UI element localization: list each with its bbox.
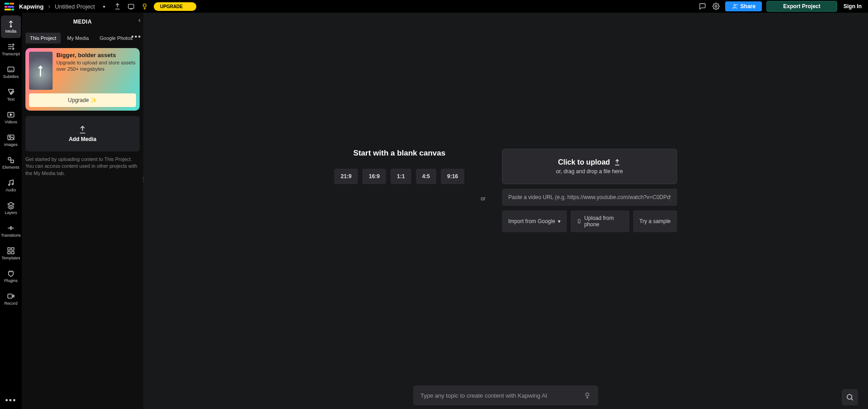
rail-more-button[interactable]: •••: [5, 396, 17, 405]
rail-label: Transcript: [2, 52, 20, 56]
or-separator: or: [481, 195, 486, 202]
rail-label: Elements: [2, 165, 20, 170]
svg-rect-16: [12, 248, 14, 250]
rail-item-transcript[interactable]: Transcript: [1, 38, 21, 61]
screenshot-icon[interactable]: [127, 2, 136, 11]
rail-label: Media: [5, 29, 17, 34]
ai-prompt-input[interactable]: [420, 392, 574, 399]
promo-thumb: ⭡: [29, 52, 53, 90]
svg-point-13: [9, 184, 10, 185]
text-icon: [7, 88, 15, 96]
svg-point-2: [715, 5, 717, 7]
left-rail: Media Transcript Subtitles Text Videos I…: [0, 13, 22, 409]
elements-icon: [7, 156, 15, 164]
upgrade-badge[interactable]: UPGRADE✨: [154, 2, 196, 11]
video-url-input[interactable]: [502, 189, 677, 206]
export-share-icon[interactable]: [113, 2, 122, 11]
try-sample-button[interactable]: Try a sample: [633, 210, 677, 232]
try-sample-label: Try a sample: [639, 218, 671, 224]
audio-icon: [7, 179, 15, 187]
transcript-icon: [7, 43, 15, 51]
ai-prompt-bar[interactable]: [413, 385, 598, 405]
svg-rect-20: [578, 219, 580, 223]
subtitles-icon: [7, 65, 15, 73]
upload-arrow-icon: ⭡: [35, 64, 47, 78]
rail-item-layers[interactable]: Layers: [1, 197, 21, 219]
panel-collapse-icon[interactable]: ‹: [138, 16, 141, 24]
upload-from-phone-button[interactable]: Upload from phone: [571, 210, 629, 232]
phone-icon: [577, 219, 581, 224]
search-button[interactable]: [842, 389, 858, 405]
ratio-21-9[interactable]: 21:9: [334, 169, 358, 184]
import-from-google-button[interactable]: Import from Google ▾: [502, 210, 567, 232]
share-button-label: Share: [741, 3, 756, 10]
comments-icon[interactable]: [698, 2, 707, 11]
magic-hint-icon[interactable]: [140, 2, 149, 11]
svg-rect-17: [8, 252, 10, 254]
tab-my-media[interactable]: My Media: [63, 33, 93, 44]
rail-item-record[interactable]: Record: [1, 287, 21, 310]
svg-point-5: [13, 44, 14, 45]
transitions-icon: [7, 224, 15, 232]
rail-label: Videos: [5, 120, 17, 124]
rail-label: Audio: [5, 188, 16, 192]
search-icon: [846, 393, 854, 401]
svg-point-4: [10, 26, 12, 27]
sparkle-icon: ✨: [185, 4, 190, 9]
tab-this-project[interactable]: This Project: [25, 33, 61, 44]
videos-icon: [7, 111, 15, 119]
ratio-9-16[interactable]: 9:16: [441, 169, 464, 184]
upload-phone-label: Upload from phone: [584, 215, 623, 228]
project-menu-chevron-icon[interactable]: ▾: [99, 2, 108, 11]
add-media-button[interactable]: Add Media: [25, 116, 140, 151]
panel-title: MEDIA: [73, 19, 92, 25]
svg-point-1: [143, 4, 146, 7]
media-icon: [7, 20, 15, 28]
promo-body: Upgrade to upload and store assets over …: [56, 59, 136, 73]
layers-icon: [7, 201, 15, 209]
rail-item-videos[interactable]: Videos: [1, 106, 21, 129]
rail-label: Layers: [5, 210, 17, 215]
rail-label: Templates: [1, 256, 20, 260]
panel-more-icon[interactable]: •••: [129, 32, 143, 42]
promo-title: Bigger, bolder assets: [56, 52, 136, 58]
upload-subtitle: or, drag and drop a file here: [507, 168, 672, 175]
promo-upgrade-button[interactable]: Upgrade ✨: [29, 93, 136, 107]
breadcrumb-sep-icon: ›: [48, 3, 50, 10]
images-icon: [7, 133, 15, 141]
rail-item-images[interactable]: Images: [1, 129, 21, 151]
brand-logo[interactable]: [5, 3, 15, 10]
ratio-16-9[interactable]: 16:9: [362, 169, 386, 184]
rail-item-templates[interactable]: Templates: [1, 242, 21, 265]
rail-item-transitions[interactable]: Transitions: [1, 219, 21, 242]
chevron-down-icon: ▾: [558, 218, 561, 224]
rail-label: Transitions: [1, 233, 21, 238]
rail-label: Images: [4, 142, 18, 147]
sign-in-link[interactable]: Sign In: [842, 3, 863, 10]
svg-rect-0: [128, 4, 134, 8]
rail-item-text[interactable]: Text: [1, 83, 21, 106]
rail-item-elements[interactable]: Elements: [1, 151, 21, 174]
ratio-4-5[interactable]: 4:5: [416, 169, 436, 184]
project-title[interactable]: Untitled Project: [55, 3, 95, 10]
share-person-icon: [731, 3, 738, 10]
aspect-ratio-list: 21:9 16:9 1:1 4:5 9:16: [334, 169, 464, 184]
rail-item-plugins[interactable]: Plugins: [1, 265, 21, 287]
rail-item-media[interactable]: Media: [1, 15, 21, 38]
brand-name[interactable]: Kapwing: [19, 3, 44, 10]
upload-title: Click to upload: [558, 158, 610, 166]
rail-item-subtitles[interactable]: Subtitles: [1, 61, 21, 83]
upload-dropzone[interactable]: Click to upload or, drag and drop a file…: [502, 149, 677, 184]
export-project-button[interactable]: Export Project: [766, 1, 837, 12]
main-canvas-area: ⋮ Start with a blank canvas 21:9 16:9 1:…: [143, 13, 868, 409]
svg-rect-9: [8, 135, 14, 140]
settings-icon[interactable]: [712, 2, 721, 11]
rail-label: Subtitles: [3, 74, 19, 79]
rail-label: Record: [4, 301, 17, 306]
share-button[interactable]: Share: [725, 1, 762, 11]
rail-item-audio[interactable]: Audio: [1, 174, 21, 197]
ratio-1-1[interactable]: 1:1: [390, 169, 411, 184]
promo-card: ⭡ Bigger, bolder assets Upgrade to uploa…: [25, 48, 140, 111]
rail-label: Plugins: [4, 278, 18, 283]
record-icon: [7, 292, 15, 300]
